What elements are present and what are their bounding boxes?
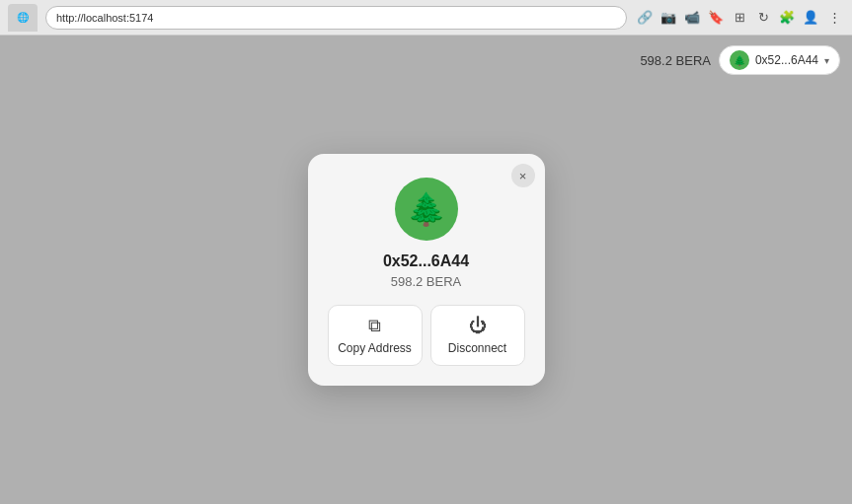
disconnect-icon: ⏻ [469,316,487,336]
photo-icon[interactable]: 📷 [658,8,678,28]
copy-address-button[interactable]: ⧉ Copy Address [328,305,423,366]
modal-avatar: 🌲 [395,178,458,241]
link-icon[interactable]: 🔗 [635,8,655,28]
modal-address-text: 0x52...6A44 [328,252,525,270]
disconnect-button[interactable]: ⏻ Disconnect [430,305,525,366]
bookmark-icon[interactable]: 🔖 [706,8,726,28]
modal-avatar-icon: 🌲 [407,190,446,228]
copy-icon: ⧉ [368,316,381,336]
refresh-icon[interactable]: ↻ [753,8,773,28]
close-icon: × [519,169,527,183]
page-content: 598.2 BERA 🌲 0x52...6A44 ▾ × 🌲 0x52...6A… [0,36,852,504]
modal-balance-text: 598.2 BERA [328,274,525,289]
copy-address-label: Copy Address [338,341,412,355]
camera-icon[interactable]: 📹 [682,8,702,28]
browser-tab[interactable]: 🌐 [8,4,38,32]
menu-icon[interactable]: ⋮ [824,8,844,28]
url-text: http://localhost:5174 [56,12,153,24]
browser-toolbar-actions: 🔗 📷 📹 🔖 ⊞ ↻ 🧩 👤 ⋮ [635,8,844,28]
grid-icon[interactable]: ⊞ [730,8,749,28]
profile-icon[interactable]: 👤 [801,8,820,28]
browser-chrome: 🌐 http://localhost:5174 🔗 📷 📹 🔖 ⊞ ↻ 🧩 👤 … [0,0,852,36]
modal-overlay: × 🌲 0x52...6A44 598.2 BERA ⧉ Copy Addres… [0,36,852,504]
modal-close-button[interactable]: × [511,164,535,187]
modal-actions: ⧉ Copy Address ⏻ Disconnect [328,305,525,366]
disconnect-label: Disconnect [448,341,506,355]
extensions-icon[interactable]: 🧩 [777,8,797,28]
wallet-modal: × 🌲 0x52...6A44 598.2 BERA ⧉ Copy Addres… [308,154,545,386]
address-bar[interactable]: http://localhost:5174 [45,6,627,30]
tab-favicon-icon: 🌐 [16,11,30,25]
